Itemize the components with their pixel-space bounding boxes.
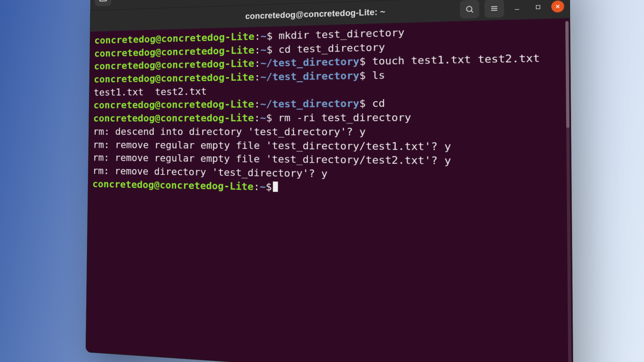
svg-rect-9 (536, 5, 540, 9)
prompt-user-host: concretedog@concretedog-Lite (93, 99, 254, 111)
prompt-path: ~/test_directory (260, 70, 360, 83)
minimize-button[interactable] (509, 0, 525, 15)
terminal-window-wrap: concretedog@concretedog-Lite: ~ (86, 0, 573, 362)
terminal-scrollbar[interactable] (565, 21, 572, 362)
prompt-path: ~ (260, 44, 266, 56)
terminal-window: concretedog@concretedog-Lite: ~ (86, 0, 573, 362)
prompt-path: ~/test_directory (260, 56, 359, 69)
prompt-user-host: concretedog@concretedog-Lite (94, 58, 254, 72)
terminal-body[interactable]: concretedog@concretedog-Lite:~$ mkdir te… (86, 18, 573, 362)
prompt-user-host: concretedog@concretedog-Lite (94, 31, 255, 46)
prompt-user-host: concretedog@concretedog-Lite (94, 71, 255, 85)
desktop-background: concretedog@concretedog-Lite: ~ (0, 0, 644, 362)
prompt-symbol: $ (266, 30, 272, 42)
prompt-symbol: $ (266, 181, 272, 192)
maximize-icon (535, 4, 541, 10)
prompt-path: ~ (260, 181, 266, 192)
new-tab-icon (99, 0, 108, 3)
search-icon (465, 5, 474, 14)
command-text: touch test1.txt test2.txt (366, 52, 540, 67)
svg-line-5 (491, 7, 497, 7)
prompt-user-host: concretedog@concretedog-Lite (94, 44, 255, 59)
window-title: concretedog@concretedog-Lite: ~ (245, 7, 385, 21)
new-tab-button[interactable] (95, 0, 112, 6)
command-text: mkdir test_directory (273, 26, 405, 42)
command-text: cd test_directory (272, 41, 385, 55)
prompt-path: ~ (260, 112, 266, 123)
prompt-symbol: $ (359, 98, 366, 109)
prompt-symbol: $ (359, 56, 366, 68)
command-text: cd (366, 98, 385, 110)
search-button[interactable] (460, 0, 479, 19)
titlebar-controls (460, 0, 564, 19)
svg-rect-0 (100, 0, 107, 1)
hamburger-menu-icon (490, 4, 499, 13)
prompt-symbol: $ (359, 70, 366, 81)
prompt-colon: : (254, 44, 260, 55)
prompt-colon: : (254, 112, 260, 124)
prompt-user-host: concretedog@concretedog-Lite (92, 178, 254, 192)
prompt-colon: : (254, 58, 260, 69)
prompt-colon: : (254, 71, 260, 83)
prompt-symbol: $ (266, 112, 272, 123)
prompt-colon: : (254, 99, 260, 110)
output-text: rm: remove directory 'test_directory'? y (93, 165, 328, 179)
output-text: test1.txt test2.txt (94, 85, 207, 98)
svg-line-6 (491, 8, 497, 9)
prompt-colon: : (255, 31, 261, 42)
scrollbar-thumb[interactable] (565, 21, 569, 128)
command-text: rm -ri test_directory (272, 112, 411, 124)
command-text: ls (366, 69, 385, 81)
svg-line-7 (491, 10, 497, 10)
prompt-path: ~ (261, 30, 267, 42)
prompt-symbol: $ (266, 44, 272, 56)
close-icon (554, 3, 561, 9)
terminal-line: concretedog@concretedog-Lite:~$ rm -ri t… (93, 110, 565, 125)
svg-line-4 (471, 11, 473, 13)
minimize-icon (514, 4, 521, 11)
output-text: rm: descend into directory 'test_directo… (93, 126, 366, 137)
output-text: rm: remove regular empty file 'test_dire… (93, 139, 451, 152)
menu-button[interactable] (484, 0, 504, 18)
prompt-path: ~/test_directory (260, 98, 359, 110)
terminal-output: rm: descend into directory 'test_directo… (93, 125, 565, 139)
terminal-cursor (273, 181, 278, 192)
close-button[interactable] (551, 0, 564, 13)
prompt-colon: : (254, 181, 260, 192)
prompt-user-host: concretedog@concretedog-Lite (93, 112, 254, 124)
maximize-button[interactable] (530, 0, 546, 15)
